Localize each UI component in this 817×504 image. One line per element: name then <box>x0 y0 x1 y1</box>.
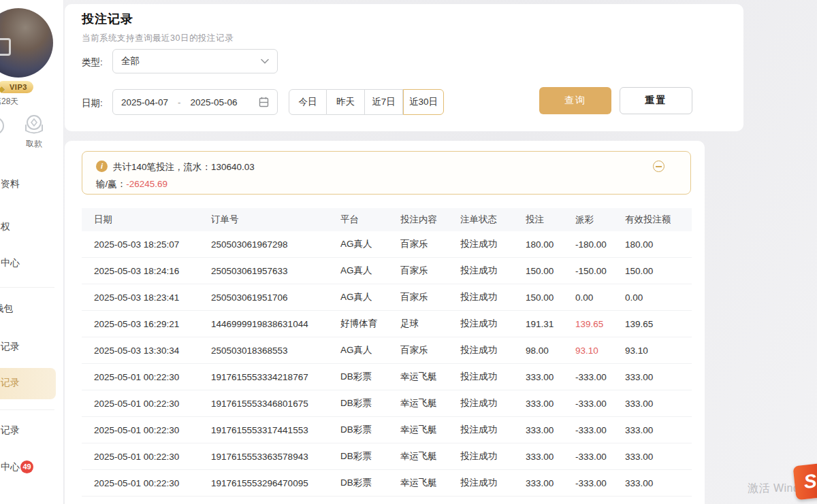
page-title: 投注记录 <box>82 11 133 27</box>
quick-range-button[interactable]: 昨天 <box>327 89 365 115</box>
cell-date: 2025-05-01 00:22:30 <box>94 372 211 382</box>
table-row: 2025-05-03 18:24:16 250503061957633 AG真人… <box>82 258 692 284</box>
cell-bet-content: 百家乐 <box>400 344 460 356</box>
cell-order-number: 250503061951706 <box>211 292 340 303</box>
floating-s-logo[interactable]: S <box>793 463 817 501</box>
cell-payout: -333.00 <box>575 478 625 488</box>
sidebar-item-wallet[interactable]: 钱包 <box>0 303 64 318</box>
col-header-bet: 投注 <box>526 214 575 226</box>
reset-button[interactable]: 重置 <box>620 87 692 114</box>
cell-status: 投注成功 <box>460 291 526 303</box>
cell-bet-amount: 150.00 <box>526 292 575 303</box>
col-header-date: 日期 <box>94 214 211 226</box>
cell-platform: 好博体育 <box>340 318 400 330</box>
summary-totals-text: 共计140笔投注，流水：130640.03 <box>113 161 255 173</box>
cell-date: 2025-05-03 16:29:21 <box>94 319 211 329</box>
table-row: 2025-05-03 16:29:21 1446999919838631044 … <box>82 311 692 337</box>
quick-range-group: 今日昨天近7日近30日 <box>289 89 444 115</box>
cell-bet-content: 百家乐 <box>400 238 460 250</box>
cell-payout: 0.00 <box>575 292 625 303</box>
s-logo-letter: S <box>803 470 817 493</box>
cell-date: 2025-05-03 18:23:41 <box>94 292 211 303</box>
cell-date: 2025-05-01 00:22:30 <box>94 478 211 488</box>
sidebar-item-privilege[interactable]: 权 <box>0 221 64 236</box>
calendar-icon <box>259 97 269 107</box>
cell-bet-amount: 150.00 <box>526 266 575 276</box>
avatar-photo-detail <box>0 38 11 56</box>
info-icon: i <box>96 161 108 172</box>
page-subtitle: 当前系统支持查询最近30日的投注记录 <box>82 33 234 44</box>
sidebar-item-records-1[interactable]: 记录 <box>0 341 64 356</box>
quick-range-button[interactable]: 近30日 <box>403 89 444 115</box>
cell-bet-amount: 333.00 <box>526 425 575 435</box>
winloss-value: -26245.69 <box>126 179 167 189</box>
quick-range-button[interactable]: 近7日 <box>365 89 403 115</box>
cell-date: 2025-05-03 18:24:16 <box>94 266 211 276</box>
cell-payout: 139.65 <box>575 319 625 329</box>
cell-status: 投注成功 <box>460 318 526 330</box>
table-row: 2025-05-03 13:30:34 250503018368553 AG真人… <box>82 337 692 364</box>
type-select[interactable]: 全部 <box>112 49 278 73</box>
cell-valid-bet: 333.00 <box>625 452 692 462</box>
cell-valid-bet: 150.00 <box>625 266 692 276</box>
cell-platform: AG真人 <box>340 238 400 250</box>
sidebar-item-betting-records-active[interactable]: 记录 <box>0 368 56 399</box>
cell-platform: DB彩票 <box>340 397 400 409</box>
date-range-separator: - <box>178 97 181 107</box>
cell-order-number: 250503061957633 <box>211 266 340 276</box>
cell-bet-amount: 191.31 <box>526 319 575 329</box>
col-header-valid: 有效投注额 <box>625 214 692 226</box>
withdraw-icon <box>22 113 46 136</box>
cell-bet-content: 幸运飞艇 <box>400 397 460 409</box>
unread-count-badge: 49 <box>20 460 33 473</box>
sidebar-item-records-2[interactable]: 记录 <box>0 424 64 439</box>
col-header-payout: 派彩 <box>575 214 625 226</box>
cell-valid-bet: 333.00 <box>625 399 692 409</box>
cell-platform: DB彩票 <box>340 371 400 383</box>
table-row: 2025-05-03 18:25:07 250503061967298 AG真人… <box>82 231 692 258</box>
cell-bet-amount: 333.00 <box>526 478 575 488</box>
type-select-value: 全部 <box>121 55 261 67</box>
cell-platform: AG真人 <box>340 265 400 277</box>
cell-date: 2025-05-01 00:22:30 <box>94 452 211 462</box>
sidebar-divider <box>0 409 54 410</box>
cell-payout: 93.10 <box>575 346 625 356</box>
cell-valid-bet: 333.00 <box>625 478 692 488</box>
cell-bet-content: 百家乐 <box>400 291 460 303</box>
summary-banner: i 共计140笔投注，流水：130640.03 输/赢：-26245.69 <box>82 151 691 195</box>
cell-valid-bet: 0.00 <box>625 292 692 303</box>
betting-records-page: ◆ VIP3 第28天 取款 资料 权 中心 钱包 记录 记录 记录 <box>0 0 817 504</box>
cell-bet-content: 幸运飞艇 <box>400 477 460 489</box>
winloss-label: 输/赢： <box>96 179 126 189</box>
betting-records-table: 日期 订单号 平台 投注内容 注单状态 投注 派彩 有效投注额 2025-05-… <box>82 208 692 497</box>
sidebar-quick-actions: 取款 <box>0 113 64 154</box>
collapse-icon[interactable] <box>653 161 664 172</box>
date-range-picker[interactable]: 2025-04-07 - 2025-05-06 <box>112 89 278 115</box>
cell-date: 2025-05-03 13:30:34 <box>94 346 211 356</box>
cell-status: 投注成功 <box>460 344 526 356</box>
withdraw-button[interactable]: 取款 <box>16 113 52 150</box>
withdraw-label: 取款 <box>16 138 52 150</box>
deposit-icon[interactable] <box>0 116 5 136</box>
cell-status: 投注成功 <box>460 450 526 463</box>
sidebar-item-center[interactable]: 中心 <box>0 257 64 272</box>
cell-bet-content: 幸运飞艇 <box>400 450 460 463</box>
cell-bet-content: 百家乐 <box>400 265 460 277</box>
avatar[interactable] <box>0 8 53 78</box>
cell-status: 投注成功 <box>460 397 526 409</box>
sidebar-item-profile[interactable]: 资料 <box>0 178 64 193</box>
table-row: 2025-05-01 00:22:30 1917615553363578943 … <box>82 443 692 470</box>
col-header-status: 注单状态 <box>460 214 526 226</box>
search-button[interactable]: 查询 <box>539 87 611 114</box>
table-row: 2025-05-01 00:22:30 1917615553317441553 … <box>82 417 692 443</box>
cell-order-number: 1917615553346801675 <box>211 399 340 409</box>
date-label: 日期: <box>82 97 103 110</box>
cell-order-number: 250503018368553 <box>211 346 340 356</box>
cell-payout: -333.00 <box>575 425 625 435</box>
cell-valid-bet: 180.00 <box>625 239 692 250</box>
date-end-value: 2025-05-06 <box>191 97 238 107</box>
cell-platform: AG真人 <box>340 291 400 303</box>
vip-badge-label: VIP3 <box>10 83 27 91</box>
quick-range-button[interactable]: 今日 <box>289 89 327 115</box>
cell-payout: -333.00 <box>575 372 625 382</box>
